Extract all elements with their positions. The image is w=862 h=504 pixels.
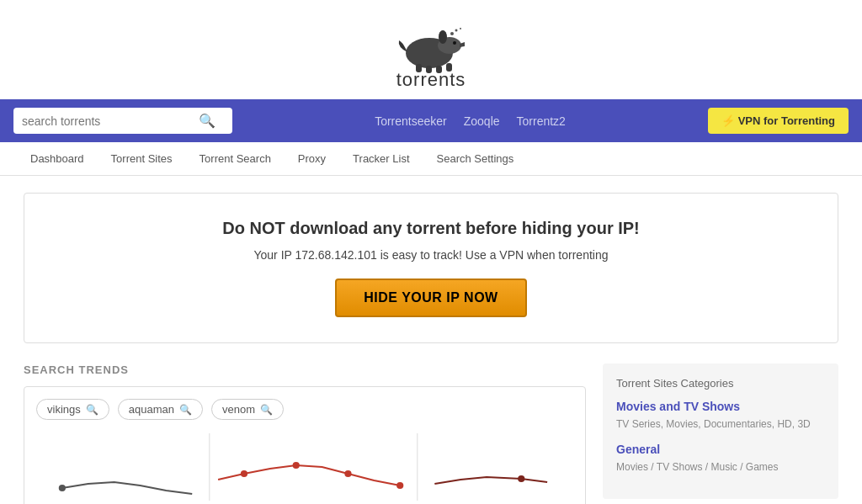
zooqle-link[interactable]: Zooqle [464, 114, 500, 128]
svg-point-9 [455, 29, 458, 32]
trend-tag-venom[interactable]: venom 🔍 [211, 399, 284, 420]
search-input-wrapper: 🔍 [13, 108, 232, 134]
search-bar: 🔍 Torrentseeker Zooqle Torrentz2 ⚡ VPN f… [0, 99, 862, 142]
logo-container: torrents [396, 15, 466, 91]
search-button[interactable]: 🔍 [199, 113, 216, 129]
category-general: General Movies / TV Shows / Music / Game… [616, 443, 825, 474]
category-movies-tv-link[interactable]: Movies and TV Shows [616, 400, 825, 413]
nav-tracker-list[interactable]: Tracker List [339, 142, 423, 175]
trend-tag-vikings[interactable]: vikings 🔍 [36, 399, 109, 420]
tag-search-icon-venom: 🔍 [260, 404, 273, 416]
trend-tag-aquaman-label: aquaman [129, 403, 174, 416]
left-column: SEARCH TRENDS vikings 🔍 aquaman 🔍 venom … [24, 363, 586, 504]
category-movies-tv-desc: TV Series, Movies, Documentaries, HD, 3D [616, 418, 811, 430]
warning-box: Do NOT download any torrent before hidin… [24, 193, 838, 343]
trends-box: vikings 🔍 aquaman 🔍 venom 🔍 [24, 386, 586, 504]
torrentseeker-link[interactable]: Torrentseeker [375, 114, 447, 128]
anteater-icon [397, 15, 465, 74]
svg-point-2 [439, 30, 447, 44]
category-general-link[interactable]: General [616, 443, 825, 456]
svg-point-13 [293, 462, 300, 469]
trend-tag-venom-label: venom [222, 403, 255, 416]
main-content: Do NOT download any torrent before hidin… [10, 176, 852, 504]
nav-bar: Dashboard Torrent Sites Torrent Search P… [0, 142, 862, 176]
trend-chart [36, 433, 573, 501]
two-col-layout: SEARCH TRENDS vikings 🔍 aquaman 🔍 venom … [24, 363, 838, 504]
right-column: Torrent Sites Categories Movies and TV S… [603, 363, 838, 499]
search-links: Torrentseeker Zooqle Torrentz2 [241, 114, 700, 128]
category-movies-tv: Movies and TV Shows TV Series, Movies, D… [616, 400, 825, 431]
trend-tag-vikings-label: vikings [47, 403, 81, 416]
nav-dashboard[interactable]: Dashboard [17, 142, 98, 175]
svg-point-15 [396, 482, 403, 489]
svg-point-14 [344, 470, 351, 477]
warning-subtitle: Your IP 172.68.142.101 is easy to track!… [41, 248, 821, 262]
trends-section-title: SEARCH TRENDS [24, 363, 586, 376]
tag-search-icon-aquaman: 🔍 [179, 404, 192, 416]
sidebar-title: Torrent Sites Categories [616, 377, 825, 390]
svg-point-11 [59, 485, 66, 491]
trend-tags: vikings 🔍 aquaman 🔍 venom 🔍 [36, 399, 573, 420]
torrentz2-link[interactable]: Torrentz2 [517, 114, 566, 128]
svg-point-8 [450, 32, 454, 35]
tag-search-icon-vikings: 🔍 [86, 404, 98, 416]
hide-ip-button[interactable]: HIDE YOUR IP NOW [335, 279, 526, 317]
svg-point-16 [518, 475, 524, 482]
nav-torrent-search[interactable]: Torrent Search [186, 142, 285, 175]
logo-area: torrents [0, 0, 862, 99]
nav-torrent-sites[interactable]: Torrent Sites [98, 142, 186, 175]
nav-search-settings[interactable]: Search Settings [423, 142, 528, 175]
svg-point-12 [241, 470, 247, 477]
trend-tag-aquaman[interactable]: aquaman 🔍 [118, 399, 203, 420]
logo-text: torrents [396, 69, 466, 91]
search-input[interactable] [22, 114, 199, 128]
vpn-button[interactable]: ⚡ VPN for Torrenting [708, 108, 849, 134]
category-general-desc: Movies / TV Shows / Music / Games [616, 461, 779, 473]
svg-point-3 [453, 41, 456, 45]
nav-proxy[interactable]: Proxy [285, 142, 339, 175]
svg-point-10 [460, 28, 461, 29]
warning-title: Do NOT download any torrent before hidin… [41, 219, 821, 238]
